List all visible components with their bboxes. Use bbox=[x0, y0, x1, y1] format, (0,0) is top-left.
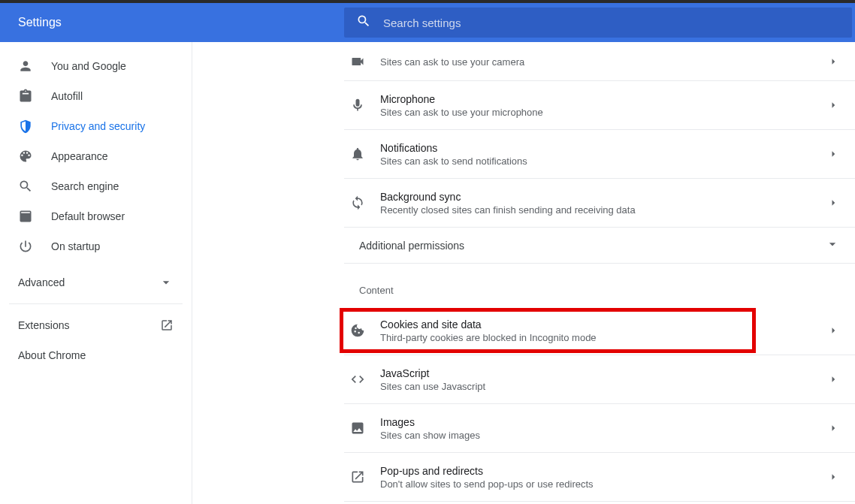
palette-icon bbox=[18, 149, 33, 164]
row-title: Cookies and site data bbox=[380, 318, 826, 330]
chevron-down-icon bbox=[825, 237, 840, 254]
sidebar-item-privacy-and-security[interactable]: Privacy and security bbox=[0, 111, 192, 141]
row-sub: Sites can ask to use your camera bbox=[380, 56, 826, 68]
content-row-images[interactable]: ImagesSites can show images bbox=[344, 404, 855, 453]
sidebar-extensions-link[interactable]: Extensions bbox=[0, 310, 192, 340]
row-sub: Sites can ask to send notifications bbox=[380, 155, 826, 167]
row-title: Images bbox=[380, 416, 826, 428]
app-title: Settings bbox=[0, 16, 344, 29]
image-icon bbox=[350, 421, 365, 436]
search-input[interactable]: Search settings bbox=[344, 8, 852, 38]
sidebar-item-label: Appearance bbox=[51, 150, 108, 162]
bell-icon bbox=[350, 146, 365, 161]
row-sub: Sites can use Javascript bbox=[380, 381, 826, 392]
sidebar-item-label: You and Google bbox=[51, 60, 126, 72]
search-icon bbox=[18, 179, 33, 194]
chevron-right-icon bbox=[826, 147, 840, 161]
microphone-icon bbox=[350, 98, 365, 113]
camera-icon bbox=[350, 54, 365, 69]
permission-row-camera[interactable]: Sites can ask to use your camera bbox=[344, 42, 855, 81]
open-in-new-icon bbox=[160, 318, 174, 332]
chevron-right-icon bbox=[826, 421, 840, 435]
sidebar-about-chrome[interactable]: About Chrome bbox=[0, 340, 192, 370]
row-title: Pop-ups and redirects bbox=[380, 465, 826, 477]
chevron-right-icon bbox=[826, 373, 840, 386]
content-row-javascript[interactable]: JavaScriptSites can use Javascript bbox=[344, 355, 855, 404]
chevron-down-icon bbox=[159, 275, 174, 290]
sidebar-item-search-engine[interactable]: Search engine bbox=[0, 171, 192, 201]
content-row-popups[interactable]: Pop-ups and redirectsDon't allow sites t… bbox=[344, 453, 855, 502]
sidebar-item-label: Search engine bbox=[51, 180, 119, 192]
row-title: JavaScript bbox=[380, 367, 826, 379]
chevron-right-icon bbox=[826, 470, 840, 484]
main-content: Sites can ask to use your camera Microph… bbox=[192, 42, 855, 504]
app-header: Settings Search settings bbox=[0, 3, 855, 42]
advanced-label: Advanced bbox=[18, 276, 65, 288]
content-row-cookies[interactable]: Cookies and site dataThird-party cookies… bbox=[344, 306, 855, 355]
sidebar-item-label: Default browser bbox=[51, 210, 125, 222]
browser-icon bbox=[18, 209, 33, 224]
row-sub: Sites can ask to use your microphone bbox=[380, 107, 826, 118]
chevron-right-icon bbox=[826, 196, 840, 210]
sidebar-item-label: Privacy and security bbox=[51, 120, 145, 132]
chevron-right-icon bbox=[826, 324, 840, 337]
sync-icon bbox=[350, 195, 365, 210]
chevron-right-icon bbox=[826, 55, 840, 68]
permission-row-notifications[interactable]: NotificationsSites can ask to send notif… bbox=[344, 130, 855, 179]
row-sub: Don't allow sites to send pop-ups or use… bbox=[380, 478, 826, 490]
sidebar-item-label: Autofill bbox=[51, 90, 83, 102]
sidebar-item-default-browser[interactable]: Default browser bbox=[0, 201, 192, 231]
clipboard-icon bbox=[18, 89, 33, 104]
power-icon bbox=[18, 239, 33, 254]
row-sub: Recently closed sites can finish sending… bbox=[380, 204, 826, 216]
search-icon bbox=[356, 14, 371, 32]
shield-icon bbox=[18, 119, 33, 134]
sidebar-item-you-and-google[interactable]: You and Google bbox=[0, 51, 192, 81]
permission-row-background-sync[interactable]: Background syncRecently closed sites can… bbox=[344, 179, 855, 228]
person-icon bbox=[18, 59, 33, 74]
sidebar-item-appearance[interactable]: Appearance bbox=[0, 141, 192, 171]
permission-row-microphone[interactable]: MicrophoneSites can ask to use your micr… bbox=[344, 81, 855, 130]
about-label: About Chrome bbox=[18, 349, 86, 361]
sidebar-item-autofill[interactable]: Autofill bbox=[0, 81, 192, 111]
additional-permissions-label: Additional permissions bbox=[359, 240, 464, 252]
row-title: Notifications bbox=[380, 142, 826, 154]
row-sub: Third-party cookies are blocked in Incog… bbox=[380, 332, 826, 343]
additional-permissions-row[interactable]: Additional permissions bbox=[344, 228, 855, 264]
code-icon bbox=[350, 372, 365, 387]
sidebar-divider bbox=[9, 303, 183, 304]
row-title: Microphone bbox=[380, 93, 826, 105]
search-placeholder: Search settings bbox=[383, 17, 461, 29]
sidebar: You and Google Autofill Privacy and secu… bbox=[0, 42, 192, 504]
extensions-label: Extensions bbox=[18, 319, 69, 331]
sidebar-item-on-startup[interactable]: On startup bbox=[0, 231, 192, 261]
cookie-icon bbox=[350, 323, 365, 338]
chevron-right-icon bbox=[826, 98, 840, 112]
sidebar-advanced-toggle[interactable]: Advanced bbox=[0, 267, 192, 297]
sidebar-item-label: On startup bbox=[51, 240, 100, 252]
popup-icon bbox=[350, 469, 365, 484]
row-title: Background sync bbox=[380, 191, 826, 203]
row-sub: Sites can show images bbox=[380, 430, 826, 441]
content-section-title: Content bbox=[344, 264, 855, 306]
